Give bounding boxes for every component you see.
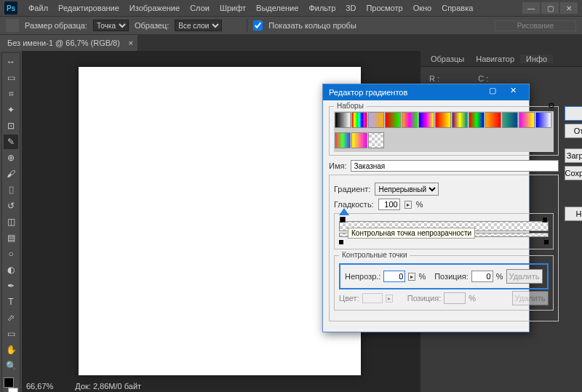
- app-logo: Ps: [4, 1, 17, 15]
- tool-dodge[interactable]: ◐: [4, 263, 18, 277]
- menu-просмотр[interactable]: Просмотр: [361, 4, 407, 12]
- menu-слои[interactable]: Слои: [185, 4, 215, 12]
- show-ring-checkbox[interactable]: [253, 20, 263, 31]
- position2-label: Позиция:: [407, 294, 442, 303]
- dialog-maximize-button[interactable]: ▢: [482, 86, 503, 99]
- tool-zoom[interactable]: 🔍: [4, 359, 18, 373]
- preset-13[interactable]: [335, 132, 351, 148]
- position-label: Позиция:: [434, 272, 469, 281]
- tool-gradient[interactable]: ▤: [4, 231, 18, 245]
- eyedropper-preview-icon: [228, 19, 241, 32]
- tab-swatches[interactable]: Образцы: [425, 55, 470, 63]
- preset-5[interactable]: [418, 112, 434, 128]
- menu-файл[interactable]: Файл: [23, 4, 53, 12]
- stops-label: Контрольные точки: [339, 251, 410, 259]
- sample-mode-select[interactable]: Все слои: [175, 20, 222, 31]
- smoothness-input[interactable]: [378, 199, 400, 210]
- tool-history[interactable]: ↺: [4, 199, 18, 213]
- preset-9[interactable]: [485, 112, 501, 128]
- menu-редактирование[interactable]: Редактирование: [53, 4, 124, 12]
- stepper-icon[interactable]: ▸: [408, 273, 415, 281]
- tool-brush[interactable]: 🖌: [4, 167, 18, 181]
- menu-3d[interactable]: 3D: [340, 4, 361, 12]
- menu-bar: Ps ФайлРедактированиеИзображениеСлоиШриф…: [0, 0, 582, 16]
- gradient-name-input[interactable]: [351, 160, 558, 172]
- color-swap[interactable]: [4, 377, 18, 392]
- delete-opacity-stop-button[interactable]: Удалить: [506, 269, 543, 284]
- tool-brush-heal[interactable]: ⊕: [4, 151, 18, 165]
- menu-справка[interactable]: Справка: [436, 4, 478, 12]
- preset-4[interactable]: [402, 112, 418, 128]
- preset-15[interactable]: [368, 132, 384, 148]
- color-stop-left[interactable]: [339, 240, 343, 244]
- menu-шрифт[interactable]: Шрифт: [215, 4, 251, 12]
- tool-type[interactable]: T: [4, 295, 18, 309]
- preset-12[interactable]: [535, 112, 551, 128]
- ok-button[interactable]: OK: [565, 106, 582, 121]
- menu-окно[interactable]: Окно: [408, 4, 437, 12]
- preset-6[interactable]: [435, 112, 451, 128]
- tool-crop[interactable]: ⊡: [4, 119, 18, 133]
- preset-0[interactable]: [335, 112, 351, 128]
- stepper-icon[interactable]: ▸: [404, 201, 412, 209]
- presets-gear-icon[interactable]: ⚙: [548, 101, 555, 111]
- zoom-readout: 66,67%: [26, 382, 53, 391]
- workspace-switcher[interactable]: Рисование: [495, 20, 576, 31]
- name-label: Имя:: [329, 161, 346, 170]
- show-ring-label: Показать кольцо пробы: [268, 21, 356, 30]
- tab-navigator[interactable]: Навигатор: [470, 55, 520, 63]
- sample-size-select[interactable]: Точка: [93, 20, 129, 31]
- gradient-ramp[interactable]: Контрольная точка непрозрачности: [334, 213, 554, 249]
- tool-marquee[interactable]: ▭: [4, 71, 18, 85]
- tool-eraser[interactable]: ◫: [4, 215, 18, 229]
- options-bar: Размер образца: Точка Образец: Все слои …: [0, 16, 582, 35]
- load-button[interactable]: Загрузить...: [565, 148, 582, 163]
- menu-изображение[interactable]: Изображение: [124, 4, 185, 12]
- tab-info[interactable]: Инфо: [520, 55, 553, 63]
- position-input[interactable]: [471, 271, 493, 282]
- tool-pen[interactable]: ✒: [4, 279, 18, 293]
- dialog-title-bar[interactable]: Редактор градиентов ▢ ✕: [323, 84, 529, 100]
- canvas[interactable]: [79, 67, 361, 375]
- tool-shape[interactable]: ▭: [4, 327, 18, 341]
- preset-8[interactable]: [469, 112, 485, 128]
- preset-7[interactable]: [452, 112, 468, 128]
- tool-lasso[interactable]: ⌗: [4, 87, 18, 101]
- preset-1[interactable]: [351, 112, 367, 128]
- opacity-input[interactable]: [383, 271, 405, 282]
- minimize-button[interactable]: —: [522, 2, 540, 14]
- opacity-stop-right[interactable]: [542, 217, 548, 223]
- color-stop-right[interactable]: [544, 240, 549, 244]
- gradient-type-select[interactable]: Непрерывный: [375, 183, 439, 196]
- new-button[interactable]: Новый: [565, 207, 582, 221]
- preset-2[interactable]: [368, 112, 384, 128]
- preset-11[interactable]: [519, 112, 535, 128]
- gradient-type-label: Градиент:: [334, 185, 370, 193]
- document-tab-label: Без имени-1 @ 66,7% (RGB/8): [7, 39, 120, 47]
- tool-hand[interactable]: ✋: [4, 343, 18, 357]
- opacity-stop-left[interactable]: [340, 217, 346, 223]
- color-label: Цвет:: [339, 294, 359, 303]
- menu-выделение[interactable]: Выделение: [251, 4, 303, 12]
- cancel-button[interactable]: Отмена: [565, 124, 582, 138]
- menu-фильтр[interactable]: Фильтр: [303, 4, 340, 12]
- preset-3[interactable]: [385, 112, 401, 128]
- tool-blur[interactable]: ○: [4, 247, 18, 261]
- preset-14[interactable]: [351, 132, 367, 148]
- close-button[interactable]: ✕: [560, 2, 578, 14]
- cursor-pointer-icon: [339, 208, 349, 215]
- close-tab-icon[interactable]: ×: [128, 39, 132, 47]
- maximize-button[interactable]: ▢: [541, 2, 559, 14]
- tool-eyedropper[interactable]: ✎: [4, 135, 18, 149]
- tool-wand[interactable]: ✦: [4, 103, 18, 117]
- presets-label: Наборы: [334, 102, 367, 110]
- preset-10[interactable]: [502, 112, 518, 128]
- document-tab[interactable]: Без имени-1 @ 66,7% (RGB/8) ×: [0, 35, 137, 51]
- dialog-title: Редактор градиентов: [329, 88, 407, 97]
- dialog-close-button[interactable]: ✕: [503, 86, 523, 99]
- tool-path[interactable]: ⬀: [4, 311, 18, 325]
- opacity-stop-tooltip: Контрольная точка непрозрачности: [348, 228, 475, 239]
- tool-move[interactable]: ↔: [4, 55, 18, 69]
- save-button[interactable]: Сохранить...: [565, 166, 582, 180]
- tool-stamp[interactable]: ⌷: [4, 183, 18, 197]
